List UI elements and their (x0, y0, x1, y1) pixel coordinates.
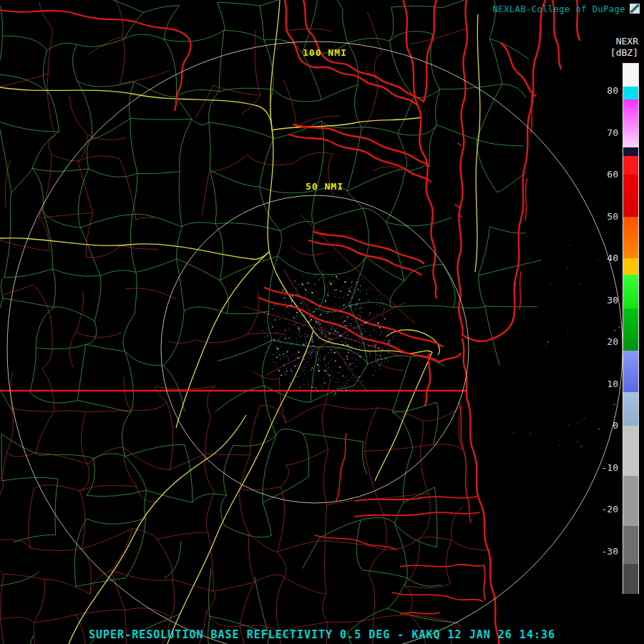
colorbar-tick: 20 (607, 336, 618, 347)
reflectivity-colorbar (623, 63, 639, 594)
colorbar-tick: 70 (607, 127, 618, 137)
range-ring-100nmi (7, 42, 623, 644)
colorbar-segment (623, 258, 638, 275)
colorbar-segment (623, 275, 638, 308)
colorbar-segment (623, 564, 638, 594)
range-rings (7, 42, 623, 644)
colorbar-segment (623, 147, 638, 156)
colorbar-tick: 10 (607, 378, 618, 389)
colorbar-tick: -20 (602, 504, 618, 514)
colorbar-segment (623, 156, 638, 175)
product-caption: SUPER-RESOLUTION BASE REFLECTIVITY 0.5 D… (0, 628, 644, 641)
colorbar-segment (623, 476, 638, 527)
colorbar-tick: 30 (607, 294, 618, 305)
radar-map-canvas (0, 0, 644, 644)
cod-logo-icon (630, 4, 640, 14)
colorbar-tick: -10 (602, 462, 618, 472)
brand-text: NEXLAB-College of DuPage (493, 4, 625, 14)
colorbar-tick: 40 (607, 253, 618, 263)
colorbar-segment (623, 308, 638, 351)
colorbar-segment (623, 526, 638, 564)
colorbar-segment (623, 392, 638, 426)
colorbar-segment (623, 426, 638, 477)
colorbar-segment (623, 87, 638, 99)
colorbar-title: NEXR (616, 36, 638, 47)
radar-viewer: NEXLAB-College of DuPage NEXR [dBZ] 100 … (0, 0, 644, 644)
range-ring-label-50nmi: 50 NMI (306, 181, 343, 192)
county-lines-red (0, 0, 491, 644)
colorbar-segment (623, 351, 638, 393)
colorbar-segment (623, 217, 638, 259)
highway-lines (0, 0, 480, 644)
colorbar-tick: 80 (607, 85, 618, 96)
range-ring-label-100nmi: 100 NMI (303, 47, 347, 58)
colorbar-segment (623, 175, 638, 217)
colorbar-tick: -30 (602, 545, 618, 556)
radar-returns (263, 235, 620, 447)
colorbar-tick: 50 (607, 210, 618, 221)
colorbar-tick: 60 (607, 169, 618, 180)
colorbar-segment (623, 64, 638, 87)
colorbar-units: [dBZ] (610, 47, 638, 58)
colorbar-segment (623, 99, 638, 148)
colorbar-tick: 0 (613, 420, 618, 431)
